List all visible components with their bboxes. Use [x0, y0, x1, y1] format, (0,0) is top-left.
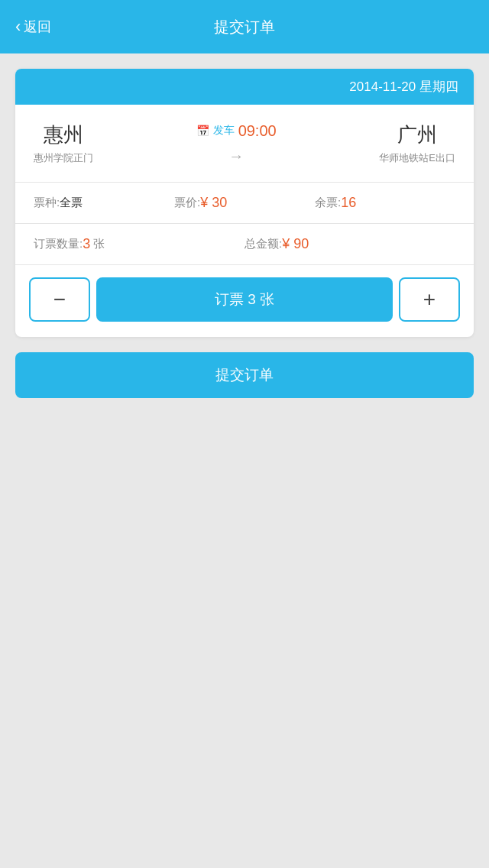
stepper-center-label: 订票 3 张	[215, 290, 274, 309]
dest-stop: 华师地铁站E出口	[379, 151, 455, 165]
ticket-remaining-label: 余票:	[315, 196, 341, 210]
route-middle: 📅 发车 09:00 →	[101, 122, 371, 165]
dest-info: 广州 华师地铁站E出口	[379, 121, 455, 165]
date-header: 2014-11-20 星期四	[15, 69, 474, 105]
ticket-type-item: 票种: 全票	[34, 196, 174, 210]
origin-stop: 惠州学院正门	[34, 151, 93, 165]
order-count-item: 订票数量: 3 张	[34, 236, 244, 252]
stepper-center-display: 订票 3 张	[96, 277, 393, 322]
submit-button[interactable]: 提交订单	[15, 352, 474, 398]
ticket-price-item: 票价: ¥ 30	[174, 195, 315, 211]
app-header: ‹ 返回 提交订单	[0, 0, 489, 53]
order-info-row: 订票数量: 3 张 总金额: ¥ 90	[15, 224, 474, 265]
decrement-button[interactable]: −	[29, 277, 90, 322]
order-total-item: 总金额: ¥ 90	[244, 236, 455, 252]
ticket-price-value: ¥ 30	[200, 195, 227, 211]
date-text: 2014-11-20 星期四	[349, 79, 458, 94]
ticket-price-label: 票价:	[174, 196, 200, 210]
back-label: 返回	[24, 18, 51, 36]
stepper-row: − 订票 3 张 +	[15, 265, 474, 337]
increment-button[interactable]: +	[399, 277, 460, 322]
back-chevron-icon: ‹	[15, 17, 21, 37]
order-card: 2014-11-20 星期四 惠州 惠州学院正门 📅 发车 09:00 → 广州…	[15, 69, 474, 337]
ticket-info-row: 票种: 全票 票价: ¥ 30 余票: 16	[15, 183, 474, 224]
ticket-type-value: 全票	[60, 196, 83, 210]
ticket-type-label: 票种:	[34, 196, 60, 210]
depart-info: 📅 发车 09:00	[196, 122, 277, 140]
depart-label-text: 发车	[213, 124, 235, 138]
submit-label: 提交订单	[215, 365, 274, 385]
origin-info: 惠州 惠州学院正门	[34, 121, 93, 165]
dest-city: 广州	[397, 121, 437, 148]
route-section: 惠州 惠州学院正门 📅 发车 09:00 → 广州 华师地铁站E出口	[15, 105, 474, 183]
calendar-icon: 📅	[196, 125, 209, 137]
order-count-value: 3	[83, 236, 90, 252]
ticket-remaining-item: 余票: 16	[315, 195, 455, 211]
page-title: 提交订单	[214, 17, 275, 37]
order-total-value: ¥ 90	[282, 236, 309, 252]
order-count-label: 订票数量:	[34, 237, 83, 251]
ticket-remaining-value: 16	[341, 195, 356, 211]
origin-city: 惠州	[44, 121, 83, 148]
back-button[interactable]: ‹ 返回	[15, 17, 51, 37]
order-total-label: 总金额:	[244, 237, 282, 251]
order-count-unit: 张	[93, 237, 105, 251]
route-arrow-icon: →	[228, 147, 244, 165]
depart-time: 09:00	[238, 122, 277, 140]
